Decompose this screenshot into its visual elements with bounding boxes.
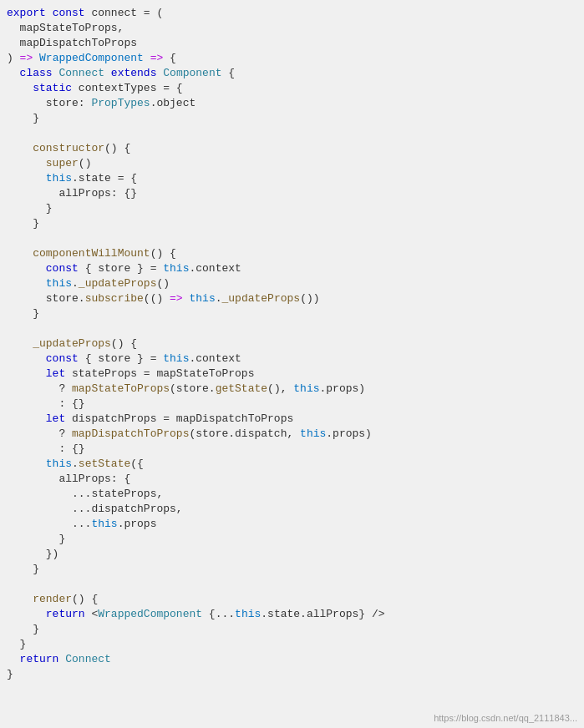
code-line-28: let dispatchProps = mapDispatchToProps [0, 412, 584, 427]
code-line-12: this .state = { [0, 172, 584, 187]
code-line-1: export const connect = ( [0, 7, 584, 22]
code-line-44: return Connect [0, 653, 584, 668]
code-line-20: store. subscribe (() => this . _updatePr… [0, 292, 584, 307]
code-line-39 [0, 578, 584, 593]
code-line-40: render () { [0, 593, 584, 608]
code-line-8: } [0, 112, 584, 127]
code-line-26: ? mapStateToProps (store. getState (), t… [0, 382, 584, 397]
code-line-14: } [0, 202, 584, 217]
code-line-24: const { store } = this .context [0, 352, 584, 367]
watermark: https://blog.csdn.net/qq_2111843... [434, 713, 577, 723]
code-line-16 [0, 232, 584, 247]
code-line-35: ... this .props [0, 518, 584, 533]
code-line-6: static contextTypes = { [0, 82, 584, 97]
code-line-10: constructor () { [0, 142, 584, 157]
code-line-19: this . _updateProps () [0, 277, 584, 292]
code-line-41: return < WrappedComponent {... this .sta… [0, 608, 584, 623]
code-line-25: let stateProps = mapStateToProps [0, 367, 584, 382]
code-editor: export const connect = ( mapStateToProps… [0, 0, 584, 728]
code-line-5: class Connect extends Component { [0, 67, 584, 82]
code-line-36: } [0, 533, 584, 548]
code-line-30: : {} [0, 442, 584, 458]
code-line-7: store: PropTypes .object [0, 97, 584, 112]
code-line-11: super () [0, 157, 584, 172]
code-line-3: mapDispatchToProps [0, 37, 584, 52]
code-line-31: this . setState ({ [0, 458, 584, 473]
code-line-38: } [0, 563, 584, 578]
keyword-export: export [7, 7, 46, 19]
code-line-2: mapStateToProps, [0, 22, 584, 37]
code-line-29: ? mapDispatchToProps (store.dispatch, th… [0, 427, 584, 442]
code-line-9 [0, 127, 584, 142]
code-line-32: allProps: { [0, 473, 584, 488]
code-line-21: } [0, 307, 584, 322]
code-line-17: componentWillMount () { [0, 247, 584, 262]
keyword-const: const [53, 7, 85, 19]
code-line-15: } [0, 217, 584, 232]
code-line-42: } [0, 623, 584, 638]
code-line-4: ) => WrappedComponent => { [0, 52, 584, 67]
code-line-22 [0, 322, 584, 337]
code-line-18: const { store } = this .context [0, 262, 584, 277]
code-line-27: : {} [0, 397, 584, 412]
code-line-45: } [0, 668, 584, 683]
code-line-43: } [0, 638, 584, 653]
code-line-34: ...dispatchProps, [0, 503, 584, 518]
code-line-37: }) [0, 548, 584, 563]
code-line-13: allProps: {} [0, 187, 584, 202]
code-line-33: ...stateProps, [0, 488, 584, 503]
code-line-23: _updateProps () { [0, 337, 584, 352]
